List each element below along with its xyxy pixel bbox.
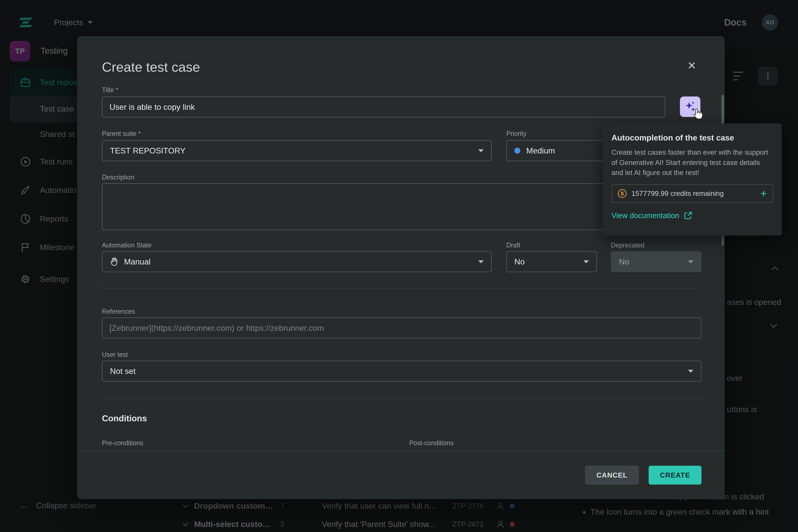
app-root: Projects Docs AG TP Testing Test repos T…: [0, 0, 798, 532]
mouse-cursor: [693, 108, 704, 121]
view-documentation-label: View documentation: [611, 211, 679, 220]
automation-state-value: Manual: [124, 257, 151, 266]
description-label: Description: [102, 174, 134, 181]
chevron-down-icon: [688, 370, 693, 373]
coin-icon: $: [618, 189, 627, 198]
view-documentation-link[interactable]: View documentation: [611, 211, 773, 220]
parent-suite-select[interactable]: TEST REPOSITORY: [102, 140, 492, 161]
create-button[interactable]: CREATE: [649, 466, 702, 484]
deprecated-value: No: [619, 257, 629, 266]
deprecated-select: No: [611, 251, 702, 272]
deprecated-label: Deprecated: [611, 242, 644, 249]
divider: [102, 398, 702, 399]
pre-conditions-label: Pre-conditions: [102, 439, 143, 447]
user-test-select[interactable]: Not set: [102, 361, 702, 382]
title-label: Title *: [102, 86, 118, 94]
references-input[interactable]: [102, 318, 702, 339]
chevron-down-icon: [478, 260, 484, 263]
ai-autocompletion-popover: Autocompletion of the test case Create t…: [603, 124, 782, 235]
add-credits-button[interactable]: +: [760, 188, 767, 199]
parent-suite-value: TEST REPOSITORY: [110, 146, 185, 155]
create-test-case-dialog: Create test case × Title * Parent suite …: [77, 36, 725, 499]
credits-remaining: 1577799.99 credits remaining: [631, 190, 724, 197]
chevron-down-icon: [583, 260, 589, 263]
priority-value: Medium: [526, 146, 555, 155]
draft-value: No: [514, 257, 525, 266]
automation-state-label: Automation State: [102, 242, 151, 249]
chevron-down-icon: [688, 260, 693, 263]
priority-medium-icon: [514, 148, 520, 154]
chevron-down-icon: [478, 149, 484, 152]
conditions-heading: Conditions: [102, 413, 147, 423]
popover-title: Autocompletion of the test case: [611, 133, 773, 142]
draft-select[interactable]: No: [506, 251, 597, 272]
credits-box: $ 1577799.99 credits remaining +: [611, 184, 773, 203]
user-test-value: Not set: [110, 366, 136, 376]
automation-state-select[interactable]: Manual: [102, 251, 492, 272]
dialog-title: Create test case: [102, 59, 200, 75]
priority-label: Priority: [506, 130, 526, 137]
external-link-icon: [684, 211, 692, 220]
user-test-label: User test: [102, 351, 128, 358]
hand-icon: [110, 257, 119, 266]
post-conditions-label: Post-conditions: [409, 439, 453, 447]
title-input[interactable]: [102, 96, 665, 117]
references-label: References: [102, 308, 135, 315]
parent-suite-label: Parent suite *: [102, 130, 141, 137]
dialog-footer: CANCEL CREATE: [77, 451, 725, 499]
draft-label: Draft: [506, 242, 520, 249]
divider: [102, 288, 702, 288]
close-icon: ×: [688, 57, 696, 74]
close-button[interactable]: ×: [683, 57, 700, 74]
cancel-button[interactable]: CANCEL: [585, 466, 639, 484]
popover-body: Create test cases faster than ever with …: [611, 147, 773, 178]
